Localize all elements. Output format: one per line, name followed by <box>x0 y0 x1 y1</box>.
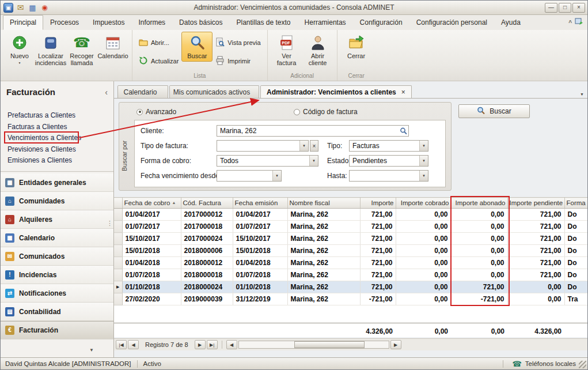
cell-importe-cobrado[interactable]: 0,00 <box>396 281 451 293</box>
cell-importe-abonado[interactable]: -721,00 <box>451 293 507 305</box>
sidebar-module[interactable]: € Facturación <box>1 321 113 339</box>
table-row[interactable]: 01/04/2018 2018000012 01/04/2018 Marina,… <box>114 257 587 269</box>
splitter-handle[interactable]: ⋮ <box>107 220 113 227</box>
sidebar-link[interactable]: Vencimientos a Clientes <box>1 133 113 144</box>
dropdown-icon[interactable]: ▼ <box>419 156 428 166</box>
table-row[interactable]: 15/10/2017 2017000024 15/10/2017 Marina,… <box>114 233 587 245</box>
ribbon-tab[interactable]: Procesos <box>43 15 86 30</box>
ribbon-tab[interactable]: Datos básicos <box>172 15 229 30</box>
chevron-down-icon[interactable]: ▼ <box>89 348 94 353</box>
cell-nombre-fiscal[interactable]: Marina, 262 <box>287 269 360 281</box>
radio-codigo-factura[interactable]: Código de factura <box>294 108 358 116</box>
cell-cod-factura[interactable]: 2018000024 <box>181 281 233 293</box>
cell-importe-pendiente[interactable]: 721,00 <box>507 209 564 221</box>
mail-icon[interactable]: ✉ <box>16 3 25 13</box>
scrollbar-thumb[interactable] <box>294 341 365 348</box>
document-tab[interactable]: Calendario <box>117 85 168 98</box>
close-button[interactable]: × <box>572 3 585 13</box>
nuevo-button[interactable]: Nuevo ▼ <box>4 32 35 67</box>
local-phones-label[interactable]: Teléfonos locales <box>525 360 576 367</box>
col-nombre-fiscal[interactable]: Nombre fiscal <box>287 198 360 209</box>
forma-cobro-select[interactable]: Todos ▼ <box>217 155 318 167</box>
col-fecha-emision[interactable]: Fecha emisión <box>233 198 287 209</box>
cell-forma[interactable]: Tra <box>564 293 587 305</box>
table-row[interactable]: 01/07/2017 2017000018 01/07/2017 Marina,… <box>114 221 587 233</box>
ribbon-tab[interactable]: Ayuda <box>494 15 528 30</box>
scroll-left-button[interactable]: ◀ <box>226 340 237 349</box>
cell-importe-cobrado[interactable]: 0,00 <box>396 233 451 245</box>
cell-fecha-cobro[interactable]: 01/10/2018 <box>122 281 181 293</box>
ribbon-tab[interactable]: Plantillas de texto <box>229 15 297 30</box>
cell-forma[interactable]: Do <box>564 221 587 233</box>
sidebar-module[interactable]: ⌂ Alquileres <box>1 210 113 229</box>
search-icon[interactable] <box>398 127 408 135</box>
cell-importe-abonado[interactable]: 0,00 <box>451 209 507 221</box>
cell-importe-cobrado[interactable]: 0,00 <box>396 293 451 305</box>
sidebar-module[interactable]: ▤ Contabilidad <box>1 303 113 321</box>
cell-cod-factura[interactable]: 2018000018 <box>181 269 233 281</box>
resize-grip[interactable] <box>579 361 586 368</box>
cell-importe-pendiente[interactable]: 721,00 <box>507 233 564 245</box>
cell-importe-cobrado[interactable]: 0,00 <box>396 221 451 233</box>
tab-list-dropdown-icon[interactable]: ▼ <box>580 92 584 96</box>
collapse-ribbon-icon[interactable]: ^ <box>568 20 572 26</box>
col-cod-factura[interactable]: Cód. Factura <box>181 198 233 209</box>
table-row[interactable]: 15/01/2018 2018000006 15/01/2018 Marina,… <box>114 245 587 257</box>
minimize-button[interactable]: — <box>545 3 557 13</box>
clear-filter-button[interactable]: × <box>310 140 318 152</box>
nav-next-button[interactable]: ▶ <box>195 340 206 349</box>
abrir-cliente-button[interactable]: Abrir cliente <box>302 32 333 69</box>
ver-factura-button[interactable]: PDF Ver factura <box>271 32 302 69</box>
cell-importe[interactable]: 721,00 <box>360 209 396 221</box>
tipo-factura-select[interactable]: ▼ <box>217 140 309 152</box>
buscar-button[interactable]: Buscar <box>458 104 530 118</box>
cell-forma[interactable]: Do <box>564 233 587 245</box>
cell-importe-abonado[interactable]: 721,00 <box>451 281 507 293</box>
imprimir-button[interactable]: Imprimir <box>213 55 263 67</box>
cell-cod-factura[interactable]: 2017000018 <box>181 221 233 233</box>
cell-importe-pendiente[interactable]: 0,00 <box>507 293 564 305</box>
sidebar-link[interactable]: Prefacturas a Clientes <box>1 110 113 122</box>
cell-fecha-cobro[interactable]: 01/04/2018 <box>122 257 181 269</box>
cell-nombre-fiscal[interactable]: Marina, 262 <box>287 257 360 269</box>
cell-importe[interactable]: 721,00 <box>360 245 396 257</box>
cell-importe-abonado[interactable]: 0,00 <box>451 233 507 245</box>
calendario-button[interactable]: Calendario <box>97 32 128 62</box>
cell-importe[interactable]: 721,00 <box>360 281 396 293</box>
sidebar-module[interactable]: ! Incidencias <box>1 266 113 284</box>
col-importe-abonado[interactable]: Importe abonado <box>451 198 507 209</box>
cerrar-button[interactable]: Cerrar <box>341 32 372 62</box>
ribbon-tab[interactable]: Impuestos <box>86 15 131 30</box>
console-icon[interactable] <box>575 17 584 28</box>
col-forma[interactable]: Forma <box>564 198 587 209</box>
dropdown-icon[interactable]: ▼ <box>299 141 308 151</box>
sidebar-module[interactable]: ⌂ Comunidades <box>1 192 113 210</box>
cliente-input[interactable]: Marina, 262 <box>217 125 409 137</box>
cell-importe-pendiente[interactable]: 0,00 <box>507 281 564 293</box>
cell-importe-cobrado[interactable]: 0,00 <box>396 257 451 269</box>
horizontal-scrollbar[interactable] <box>238 341 389 349</box>
table-row[interactable]: 01/04/2017 2017000012 01/04/2017 Marina,… <box>114 209 587 221</box>
cell-importe-abonado[interactable]: 0,00 <box>451 245 507 257</box>
hasta-select[interactable]: ▼ <box>349 170 428 182</box>
recoger-llamada-button[interactable]: ☎ Recoger llamada <box>66 32 97 69</box>
localizar-incidencias-button[interactable]: Localizar incidencias <box>35 32 66 69</box>
table-row[interactable]: 01/07/2018 2018000018 01/07/2018 Marina,… <box>114 269 587 281</box>
cell-importe-cobrado[interactable]: 0,00 <box>396 269 451 281</box>
app-icon[interactable]: ▣ <box>3 3 13 13</box>
col-importe-pendiente[interactable]: Importe pendiente <box>507 198 564 209</box>
cell-forma[interactable]: Do <box>564 269 587 281</box>
cell-nombre-fiscal[interactable]: Marina, 262 <box>287 209 360 221</box>
cell-nombre-fiscal[interactable]: Marina, 262 <box>287 221 360 233</box>
sidebar-link[interactable]: Previsiones a Clientes <box>1 144 113 156</box>
table-row[interactable]: 27/02/2020 2019000039 31/12/2019 Marina,… <box>114 293 587 305</box>
dropdown-icon[interactable]: ▼ <box>419 171 428 181</box>
cell-importe-abonado[interactable]: 0,00 <box>451 221 507 233</box>
cell-fecha-emision[interactable]: 15/10/2017 <box>233 233 287 245</box>
cell-fecha-emision[interactable]: 01/04/2018 <box>233 257 287 269</box>
buscar-ribbon-button[interactable]: Buscar <box>181 32 213 62</box>
record-icon[interactable]: ◉ <box>40 3 50 13</box>
cell-cod-factura[interactable]: 2019000039 <box>181 293 233 305</box>
cell-fecha-cobro[interactable]: 27/02/2020 <box>122 293 181 305</box>
estado-select[interactable]: Pendientes ▼ <box>349 155 428 167</box>
